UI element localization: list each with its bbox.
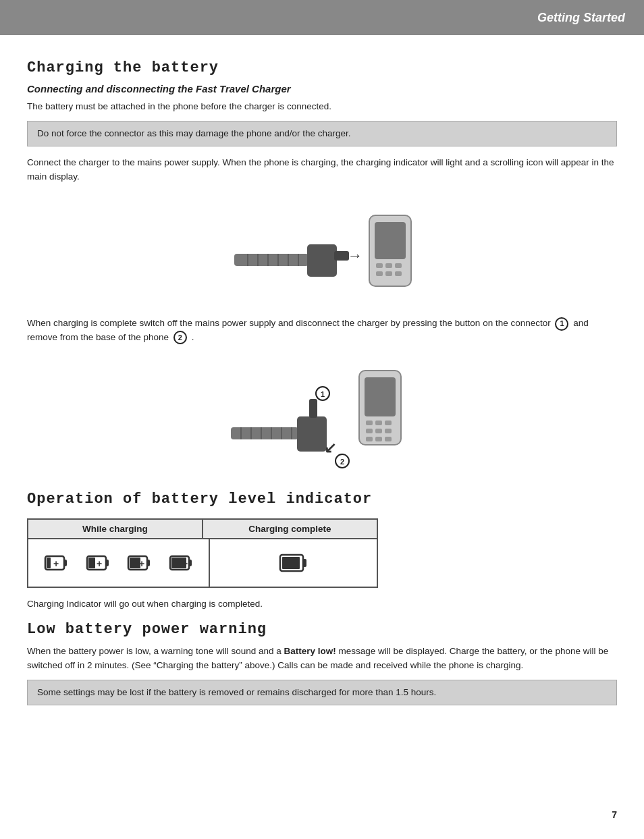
svg-text:↙: ↙ — [324, 439, 336, 456]
section3-title: Low battery power warning — [27, 621, 617, 638]
svg-text:+: + — [182, 558, 188, 569]
battery-table-body: + + + + — [28, 539, 377, 587]
svg-rect-41 — [375, 437, 382, 441]
page-number: 7 — [612, 809, 617, 820]
battery-icon-2: + — [86, 551, 110, 575]
charger-image-2: 1 ↙ 2 — [27, 357, 617, 479]
section1-para2: Connect the charger to the mains power s… — [27, 156, 617, 184]
circle-1: 1 — [555, 317, 568, 331]
svg-text:+: + — [97, 558, 102, 569]
svg-text:2: 2 — [340, 458, 344, 466]
svg-rect-7 — [307, 244, 337, 277]
col-header-charging-complete: Charging complete — [203, 520, 377, 538]
svg-rect-26 — [309, 399, 317, 418]
svg-rect-35 — [375, 421, 382, 425]
note-box-2: Some settings may be lost if the battery… — [27, 680, 617, 705]
note1-text: Do not force the connector as this may d… — [37, 128, 351, 138]
note2-text: Some settings may be lost if the battery… — [37, 687, 436, 697]
battery-icons-while-charging: + + + + — [28, 539, 210, 587]
svg-rect-39 — [385, 429, 392, 433]
battery-indicator-table: While charging Charging complete + + — [27, 518, 378, 588]
svg-rect-15 — [376, 271, 383, 276]
svg-rect-38 — [375, 429, 382, 433]
battery-table-header: While charging Charging complete — [28, 520, 377, 539]
svg-rect-12 — [376, 263, 383, 268]
svg-rect-17 — [395, 271, 402, 276]
svg-rect-60 — [303, 559, 306, 567]
battery-full-icon — [279, 548, 308, 578]
svg-rect-49 — [88, 558, 95, 568]
section2-title: Operation of battery level indicator — [27, 491, 617, 508]
svg-rect-16 — [385, 271, 392, 276]
battery-icon-4: + — [169, 551, 193, 575]
section1-title: Charging the battery — [27, 59, 617, 76]
svg-rect-44 — [64, 560, 67, 566]
svg-rect-48 — [106, 560, 109, 566]
section1-para3: When charging is complete switch off the… — [27, 317, 617, 345]
main-content: Charging the battery Connecting and disc… — [0, 35, 644, 742]
svg-text:+: + — [53, 558, 59, 569]
svg-rect-37 — [366, 429, 373, 433]
section3-para1: When the battery power is low, a warning… — [27, 645, 617, 673]
header-title: Getting Started — [537, 11, 625, 25]
svg-rect-11 — [375, 222, 406, 259]
battery-icon-complete — [210, 539, 377, 587]
svg-text:→: → — [348, 247, 363, 264]
charger-diagram-1: → — [227, 198, 417, 303]
svg-rect-61 — [282, 557, 300, 569]
charger-image-1: → — [27, 196, 617, 304]
charger-diagram-2: 1 ↙ 2 — [224, 358, 420, 477]
battery-icon-3: + — [127, 551, 151, 575]
svg-rect-33 — [365, 377, 396, 416]
section1-para1: The battery must be attached in the phon… — [27, 100, 617, 114]
col-header-while-charging: While charging — [28, 520, 203, 538]
svg-rect-45 — [47, 558, 51, 568]
indicator-note: Charging Indicator will go out when char… — [27, 597, 617, 612]
svg-rect-52 — [147, 560, 150, 566]
svg-rect-56 — [189, 560, 192, 566]
svg-rect-13 — [385, 263, 392, 268]
svg-rect-36 — [385, 421, 392, 425]
svg-rect-40 — [366, 437, 373, 441]
battery-icon-1: + — [44, 551, 68, 575]
svg-rect-0 — [234, 254, 308, 266]
note-box-1: Do not force the connector as this may d… — [27, 121, 617, 146]
svg-text:1: 1 — [321, 390, 325, 398]
subsection1-title: Connecting and disconnecting the Fast Tr… — [27, 83, 617, 94]
circle-2: 2 — [173, 331, 187, 344]
svg-rect-14 — [395, 263, 402, 268]
svg-text:+: + — [139, 558, 144, 569]
svg-rect-42 — [385, 437, 392, 441]
header-bar: Getting Started — [0, 0, 644, 35]
svg-rect-8 — [334, 251, 349, 261]
svg-rect-34 — [366, 421, 373, 425]
svg-rect-25 — [297, 416, 327, 452]
